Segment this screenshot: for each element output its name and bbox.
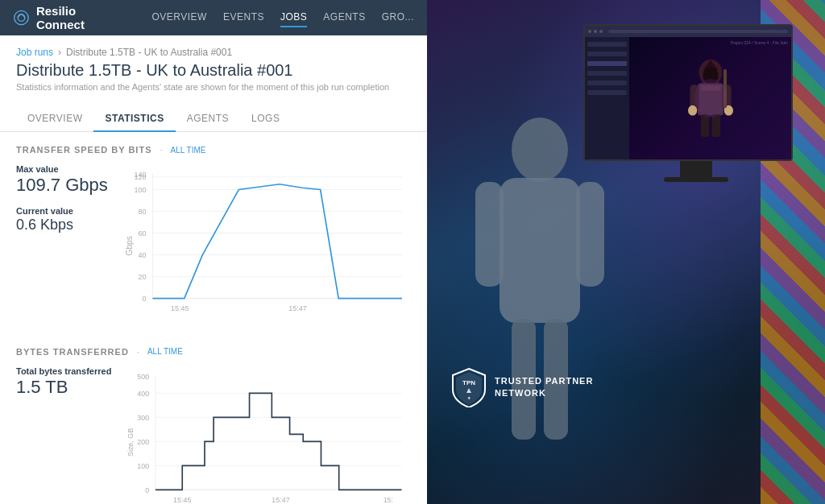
svg-rect-42 (576, 182, 604, 287)
svg-text:Gbps: Gbps (124, 236, 133, 255)
transfer-speed-stats: Max value 109.7 Gbps Current value 0.6 K… (16, 164, 108, 331)
bytes-svg: Size, GB 0 100 200 300 (124, 366, 411, 504)
transfer-speed-section: TRANSFER SPEED BY BITS · ALL TIME Max va… (16, 145, 411, 331)
subtitle: Statistics information and the Agents' s… (16, 82, 411, 92)
screen-sidebar-item (587, 42, 627, 47)
screen-ui-bar (585, 26, 791, 37)
screen-sidebar-item (587, 81, 627, 85)
total-bytes-value: 1.5 TB (16, 378, 111, 397)
top-nav: Resilio Connect OVERVIEW EVENTS JOBS AGE… (0, 0, 427, 35)
bytes-chart: Size, GB 0 100 200 300 (124, 366, 411, 504)
breadcrumb-parent[interactable]: Job runs (16, 47, 53, 58)
svg-text:140: 140 (134, 171, 146, 179)
screen-ui-dot-1 (588, 30, 591, 33)
tab-agents[interactable]: AGENTS (176, 106, 240, 132)
monitor-stand (680, 161, 712, 177)
bytes-stats: Total bytes transferred 1.5 TB (16, 366, 111, 504)
breadcrumb-separator: › (58, 47, 61, 58)
screen-viewport: Project 324 / Scene 4 - File.3dm (629, 37, 791, 159)
bytes-dot: · (137, 347, 139, 357)
screen-sidebar-item (587, 61, 627, 66)
svg-text:0: 0 (142, 295, 146, 303)
screen-address-bar (608, 30, 788, 33)
monitor-area: Project 324 / Scene 4 - File.3dm (583, 24, 809, 182)
svg-text:20: 20 (138, 273, 146, 281)
max-value: 109.7 Gbps (16, 176, 108, 195)
transfer-speed-chart: Gbps 0 20 40 60 80 (121, 164, 411, 331)
tpn-text: TRUSTED PARTNER NETWORK (495, 375, 593, 400)
transfer-speed-dot: · (160, 145, 163, 155)
transfer-speed-title: TRANSFER SPEED BY BITS (16, 145, 152, 155)
tab-overview[interactable]: OVERVIEW (16, 106, 93, 132)
svg-text:15:45: 15:45 (171, 304, 189, 312)
nav-events[interactable]: EVENTS (223, 8, 264, 27)
monitor-screen: Project 324 / Scene 4 - File.3dm (583, 24, 793, 161)
screen-ui-dot-2 (594, 30, 597, 33)
svg-text:15:: 15: (383, 496, 393, 504)
transfer-speed-header: TRANSFER SPEED BY BITS · ALL TIME (16, 145, 411, 155)
svg-point-39 (512, 118, 568, 182)
screen-sidebar-item (587, 71, 627, 76)
transfer-speed-filter[interactable]: ALL TIME (171, 146, 206, 155)
screen-sidebar-item (587, 52, 627, 56)
total-bytes-label: Total bytes transferred (16, 366, 111, 376)
logo-icon (13, 9, 30, 27)
screen-text-top: Project 324 / Scene 4 - File.3dm (731, 40, 788, 46)
nav-items: OVERVIEW EVENTS JOBS AGENTS GRO... (151, 8, 414, 27)
svg-text:15:47: 15:47 (288, 304, 307, 312)
svg-text:400: 400 (138, 389, 150, 397)
logo: Resilio Connect (13, 4, 122, 31)
svg-text:15:45: 15:45 (174, 496, 192, 504)
screen-sidebar-item (587, 90, 627, 95)
bytes-filter[interactable]: ALL TIME (147, 347, 183, 356)
tab-statistics[interactable]: STATISTICS (93, 106, 175, 132)
svg-point-1 (18, 14, 25, 22)
tabs: OVERVIEW STATISTICS AGENTS LOGS (0, 98, 427, 132)
screen-sidebar-items (585, 37, 629, 100)
svg-text:0: 0 (146, 485, 150, 494)
bytes-header: BYTES TRANSFERRED · ALL TIME (16, 347, 411, 357)
breadcrumb: Job runs › Distribute 1.5TB - UK to Aust… (16, 47, 411, 58)
svg-text:80: 80 (138, 208, 146, 216)
nav-overview[interactable]: OVERVIEW (151, 8, 206, 27)
monitor-base (664, 177, 728, 182)
breadcrumb-current: Distribute 1.5TB - UK to Australia #001 (66, 47, 232, 58)
breadcrumb-section: Job runs › Distribute 1.5TB - UK to Aust… (0, 35, 427, 92)
svg-text:500: 500 (138, 372, 150, 380)
svg-text:300: 300 (138, 413, 150, 421)
svg-text:15:47: 15:47 (272, 496, 290, 504)
nav-jobs[interactable]: JOBS (280, 8, 307, 27)
svg-text:40: 40 (138, 251, 146, 259)
svg-rect-41 (475, 182, 504, 287)
svg-point-0 (15, 10, 28, 24)
current-value: 0.6 Kbps (16, 217, 108, 233)
nav-agents[interactable]: AGENTS (323, 8, 365, 27)
screen-sidebar (585, 37, 629, 159)
character-in-screen (678, 56, 743, 140)
screen-content: Project 324 / Scene 4 - File.3dm (585, 26, 791, 159)
svg-point-57 (694, 79, 727, 118)
content: TRANSFER SPEED BY BITS · ALL TIME Max va… (0, 132, 427, 504)
nav-gro[interactable]: GRO... (382, 8, 414, 27)
svg-rect-56 (711, 114, 719, 137)
current-value-label: Current value (16, 206, 108, 216)
left-panel: Resilio Connect OVERVIEW EVENTS JOBS AGE… (0, 0, 427, 504)
svg-text:100: 100 (138, 461, 150, 469)
tpn-badge: TPN ★ TRUSTED PARTNER NETWORK (451, 367, 593, 407)
tab-logs[interactable]: LOGS (240, 106, 291, 132)
transfer-speed-stats-chart: Max value 109.7 Gbps Current value 0.6 K… (16, 164, 411, 331)
screen-main: Project 324 / Scene 4 - File.3dm (585, 37, 791, 159)
page-title: Distribute 1.5TB - UK to Australia #001 (16, 61, 411, 80)
tpn-shield-icon: TPN ★ (451, 367, 487, 407)
svg-rect-55 (701, 114, 709, 137)
svg-text:60: 60 (138, 229, 146, 238)
bytes-transferred-section: BYTES TRANSFERRED · ALL TIME Total bytes… (16, 347, 411, 504)
max-value-label: Max value (16, 164, 108, 174)
screen-ui-dot-3 (599, 30, 603, 33)
right-panel: Project 324 / Scene 4 - File.3dm TPN ★ T… (427, 0, 825, 504)
svg-point-52 (688, 105, 697, 116)
transfer-speed-svg: Gbps 0 20 40 60 80 (121, 164, 411, 328)
svg-rect-40 (500, 178, 580, 323)
bytes-title: BYTES TRANSFERRED (16, 347, 129, 357)
bytes-stats-chart: Total bytes transferred 1.5 TB Size, GB … (16, 366, 411, 504)
